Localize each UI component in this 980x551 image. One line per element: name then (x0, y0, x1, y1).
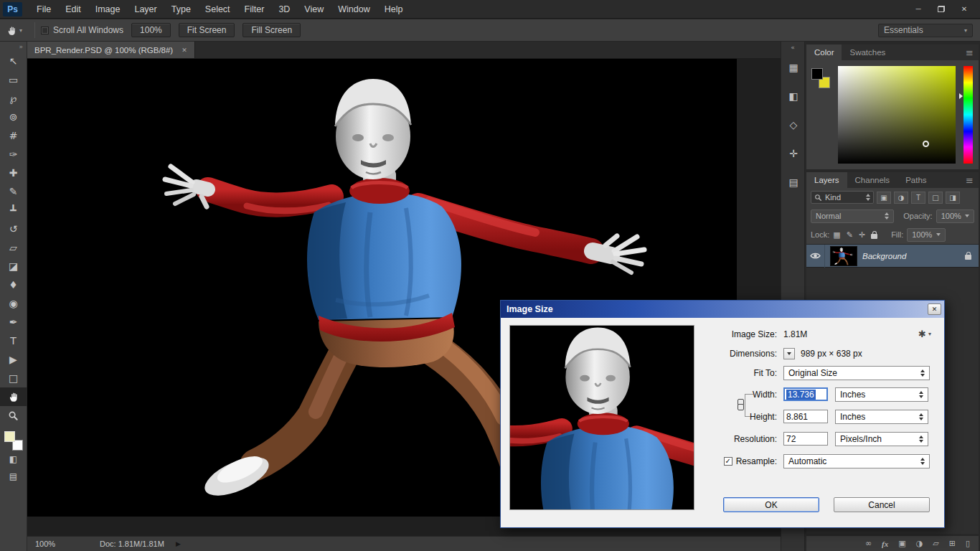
dock-panel-5[interactable]: ▤ (781, 168, 806, 197)
filter-type-layers-button[interactable]: T (911, 192, 925, 204)
resolution-unit-select[interactable]: Pixels/Inch (835, 432, 928, 446)
dock-panel-4[interactable]: ✛ (781, 139, 806, 168)
close-button[interactable]: ✕ (954, 2, 974, 17)
menu-type[interactable]: Type (164, 0, 198, 19)
dock-expand-icon[interactable]: « (781, 42, 804, 53)
hue-marker[interactable] (959, 93, 963, 99)
menu-3d[interactable]: 3D (271, 0, 297, 19)
layer-styles-button[interactable]: fx (882, 540, 888, 548)
fill-select[interactable]: 100% (907, 228, 946, 242)
lock-position-button[interactable]: ✛ (859, 230, 865, 240)
menu-file[interactable]: File (29, 0, 58, 19)
lock-transparency-button[interactable]: ▦ (833, 230, 840, 240)
eyedropper-tool[interactable]: ✑ (0, 145, 27, 164)
filter-pixel-layers-button[interactable]: ▣ (877, 192, 891, 204)
dock-panel-2[interactable]: ◧ (781, 82, 806, 110)
layer-mask-button[interactable]: ▣ (898, 539, 905, 548)
eraser-tool[interactable]: ▱ (0, 238, 27, 257)
filter-smart-objects-button[interactable]: ◨ (946, 192, 960, 204)
menu-layer[interactable]: Layer (127, 0, 164, 19)
status-zoom-field[interactable]: 100% (35, 540, 74, 548)
resample-checkbox[interactable]: ✓ (724, 457, 732, 466)
brush-tool[interactable]: ✎ (0, 182, 27, 201)
color-picker-indicator[interactable] (923, 141, 929, 147)
ok-button[interactable]: OK (723, 497, 819, 512)
layer-thumbnail[interactable] (831, 247, 857, 265)
saturation-brightness-picker[interactable] (838, 66, 956, 164)
dialog-options-button[interactable]: ✱ ▾ (918, 329, 931, 339)
move-tool[interactable]: ↖ (0, 52, 27, 70)
quick-mask-button[interactable]: ◧ (0, 451, 27, 468)
layer-group-button[interactable]: ▱ (933, 539, 938, 548)
marquee-tool[interactable]: ▭ (0, 70, 27, 89)
panel-menu-icon[interactable]: ≡ (966, 172, 979, 188)
lasso-tool[interactable]: ℘ (0, 89, 27, 108)
type-tool[interactable]: T (0, 331, 27, 350)
new-layer-button[interactable]: ⊞ (949, 539, 956, 548)
height-unit-select[interactable]: Inches (835, 410, 928, 424)
menu-select[interactable]: Select (198, 0, 237, 19)
tab-swatches[interactable]: Swatches (842, 44, 893, 60)
filter-adjustment-layers-button[interactable]: ◑ (894, 192, 908, 204)
history-brush-tool[interactable]: ↺ (0, 220, 27, 238)
toolbar-collapse-icon[interactable]: » (0, 42, 27, 52)
width-unit-select[interactable]: Inches (835, 387, 928, 402)
hue-slider[interactable] (963, 66, 973, 164)
foreground-color-swatch[interactable] (4, 431, 15, 442)
dock-panel-1[interactable]: ▦ (781, 53, 806, 82)
tab-layers[interactable]: Layers (806, 172, 847, 188)
dimensions-unit-dropdown[interactable] (783, 348, 795, 359)
foreground-color-swatch[interactable] (811, 68, 823, 80)
fit-to-select[interactable]: Original Size (783, 366, 930, 380)
adjustment-layer-button[interactable]: ◑ (916, 539, 923, 548)
tab-channels[interactable]: Channels (847, 172, 898, 188)
quick-selection-tool[interactable]: ⊚ (0, 108, 27, 126)
tab-paths[interactable]: Paths (897, 172, 934, 188)
restore-button[interactable] (931, 2, 951, 17)
zoom-100-button[interactable]: 100% (131, 23, 171, 37)
menu-edit[interactable]: Edit (58, 0, 88, 19)
rectangle-tool[interactable]: □ (0, 369, 27, 387)
foreground-background-colors[interactable] (4, 431, 23, 451)
workspace-select[interactable]: Essentials ▾ (878, 24, 973, 37)
lock-pixels-button[interactable]: ✎ (847, 230, 853, 240)
layer-filter-kind-select[interactable]: Kind (811, 191, 874, 204)
dock-panel-3[interactable]: ◇ (781, 110, 806, 139)
screen-mode-button[interactable]: ▤ (0, 468, 27, 485)
dialog-close-button[interactable]: ✕ (928, 303, 941, 315)
dialog-title-bar[interactable]: Image Size ✕ (501, 301, 944, 318)
clone-stamp-tool[interactable]: ┻ (0, 201, 27, 220)
hand-tool[interactable] (0, 387, 27, 406)
link-layers-button[interactable]: ∞ (865, 539, 872, 548)
blur-tool[interactable]: ♦ (0, 276, 27, 294)
menu-help[interactable]: Help (377, 0, 410, 19)
path-selection-tool[interactable]: ▶ (0, 350, 27, 369)
scroll-all-windows-checkbox[interactable] (41, 27, 49, 34)
current-tool-dropdown[interactable]: ▾ (0, 25, 29, 36)
opacity-select[interactable]: 100% (936, 209, 974, 223)
tab-close-icon[interactable]: ✕ (182, 47, 187, 54)
layer-visibility-toggle[interactable] (806, 245, 825, 268)
filter-shape-layers-button[interactable]: □ (928, 192, 943, 204)
resample-select[interactable]: Automatic (783, 454, 930, 468)
cancel-button[interactable]: Cancel (834, 497, 930, 512)
menu-image[interactable]: Image (88, 0, 128, 19)
height-input[interactable]: 8.861 (783, 410, 828, 423)
menu-view[interactable]: View (297, 0, 331, 19)
blend-mode-select[interactable]: Normal (811, 209, 894, 223)
healing-brush-tool[interactable]: ✚ (0, 164, 27, 182)
tab-color[interactable]: Color (806, 44, 842, 60)
layer-name[interactable]: Background (862, 252, 906, 260)
dodge-tool[interactable]: ◉ (0, 294, 27, 313)
menu-window[interactable]: Window (331, 0, 377, 19)
minimize-button[interactable]: ─ (908, 2, 928, 17)
pen-tool[interactable]: ✒ (0, 313, 27, 331)
gradient-tool[interactable]: ◪ (0, 257, 27, 276)
resolution-input[interactable]: 72 (783, 432, 828, 446)
fit-screen-button[interactable]: Fit Screen (179, 23, 235, 37)
document-tab[interactable]: BPR_Render.PSD @ 100% (RGB/8#) ✕ (27, 42, 195, 58)
menu-filter[interactable]: Filter (237, 0, 272, 19)
lock-all-button[interactable] (871, 234, 877, 239)
zoom-tool[interactable] (0, 406, 27, 425)
width-input[interactable]: 13.736 (783, 387, 828, 401)
